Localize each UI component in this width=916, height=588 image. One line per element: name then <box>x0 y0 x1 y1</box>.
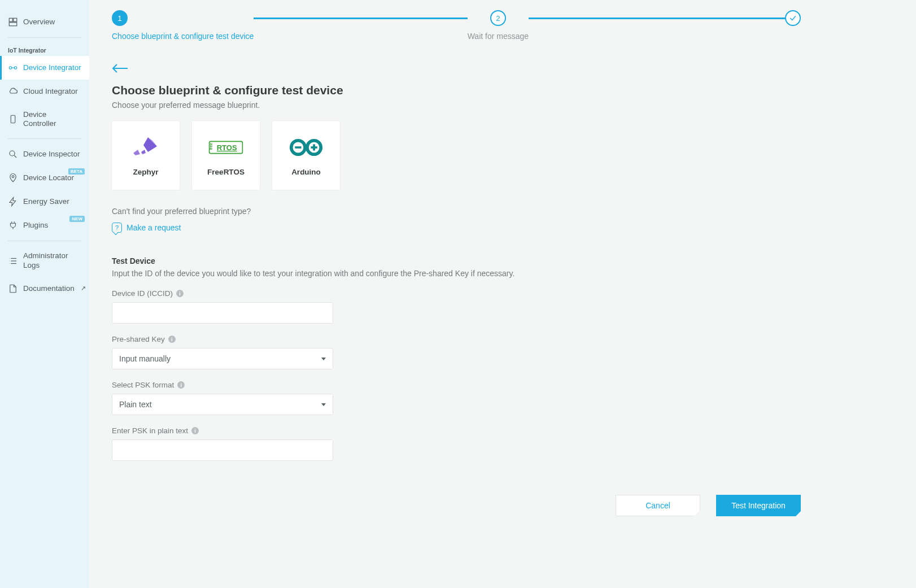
chevron-down-icon <box>321 358 326 360</box>
sidebar-item-admin-logs[interactable]: Administrator Logs <box>0 245 89 276</box>
psk-plain-input[interactable] <box>112 439 333 461</box>
psk-label: Pre-shared Key i <box>112 335 333 343</box>
svg-point-7 <box>10 151 15 156</box>
blueprint-card-arduino[interactable]: Arduino <box>272 121 340 190</box>
divider <box>8 138 81 139</box>
sidebar-item-label: Energy Saver <box>23 197 81 206</box>
info-icon[interactable]: i <box>191 427 199 434</box>
new-badge: NEW <box>69 216 85 222</box>
sidebar-item-label: Device Controller <box>23 110 81 128</box>
stepper: 1 Choose blueprint & configure test devi… <box>112 10 801 41</box>
svg-rect-5 <box>11 115 15 123</box>
psk-select[interactable]: Input manually <box>112 348 333 369</box>
zephyr-logo-icon <box>128 135 163 160</box>
page-subtitle: Choose your preferred message blueprint. <box>112 101 801 110</box>
blueprint-label: Arduino <box>291 168 321 176</box>
step-2-label: Wait for message <box>468 32 529 41</box>
info-icon[interactable]: i <box>168 336 176 343</box>
blueprint-cards: Zephyr freeRTOS FreeRTOS Arduino <box>112 121 801 190</box>
svg-rect-0 <box>9 18 12 21</box>
label-text: Pre-shared Key <box>112 335 165 343</box>
plug-icon <box>8 220 18 230</box>
sidebar-item-energy-saver[interactable]: Energy Saver <box>0 190 89 214</box>
test-device-title: Test Device <box>112 256 801 265</box>
sidebar-item-device-controller[interactable]: Device Controller <box>0 103 89 135</box>
sidebar-item-label: Device Locator <box>23 173 81 182</box>
sidebar-item-label: Plugins <box>23 221 81 230</box>
sidebar-item-label: Documentation <box>23 284 75 293</box>
sidebar-item-documentation[interactable]: Documentation ↗ <box>0 277 89 300</box>
step-1-circle: 1 <box>112 10 128 26</box>
step-1: 1 Choose blueprint & configure test devi… <box>112 10 254 41</box>
sidebar-item-label: Device Inspector <box>23 150 81 159</box>
divider <box>8 241 81 241</box>
device-id-group: Device ID (ICCID) i <box>112 289 333 324</box>
sidebar-item-plugins[interactable]: Plugins NEW <box>0 214 89 237</box>
sidebar-item-overview[interactable]: Overview <box>0 10 89 34</box>
page-title: Choose blueprint & configure test device <box>112 84 801 97</box>
divider <box>8 37 81 38</box>
sidebar-item-device-inspector[interactable]: Device Inspector <box>0 142 89 166</box>
chevron-down-icon <box>321 403 326 406</box>
external-link-icon: ↗ <box>81 285 86 292</box>
location-icon <box>8 173 18 183</box>
svg-rect-1 <box>14 18 17 21</box>
psk-format-select[interactable]: Plain text <box>112 394 333 415</box>
grid-icon <box>8 17 18 27</box>
freertos-logo-icon: freeRTOS <box>208 135 243 160</box>
svg-marker-20 <box>141 150 146 154</box>
label-text: Enter PSK in plain text <box>112 426 188 435</box>
sidebar: Overview IoT Integrator Device Integrato… <box>0 0 89 588</box>
step-1-label: Choose blueprint & configure test device <box>112 32 254 41</box>
label-text: Device ID (ICCID) <box>112 289 173 298</box>
svg-point-3 <box>9 67 12 69</box>
cancel-button[interactable]: Cancel <box>616 495 700 516</box>
blueprint-card-freertos[interactable]: freeRTOS FreeRTOS <box>192 121 260 190</box>
beta-badge: BETA <box>68 168 85 175</box>
psk-format-group: Select PSK format i Plain text <box>112 381 333 415</box>
make-request-label: Make a request <box>127 223 181 232</box>
search-icon <box>8 149 18 159</box>
sidebar-section-title: IoT Integrator <box>0 41 89 56</box>
info-icon[interactable]: i <box>176 290 184 297</box>
step-3: . <box>785 10 801 41</box>
sidebar-item-cloud-integrator[interactable]: Cloud Integrator <box>0 80 89 103</box>
device-id-input[interactable] <box>112 302 333 324</box>
device-id-label: Device ID (ICCID) i <box>112 289 333 298</box>
test-device-desc: Input the ID of the device you would lik… <box>112 269 801 278</box>
svg-rect-2 <box>9 23 17 26</box>
step-line <box>254 18 467 19</box>
sidebar-item-label: Overview <box>23 18 81 27</box>
back-button[interactable] <box>112 63 129 73</box>
step-line <box>529 18 785 19</box>
bolt-icon <box>8 197 18 207</box>
test-integration-button[interactable]: Test Integration <box>716 495 801 516</box>
sidebar-item-label: Device Integrator <box>23 63 81 72</box>
blueprint-label: Zephyr <box>133 168 158 176</box>
arrow-left-icon <box>112 63 129 73</box>
psk-format-label: Select PSK format i <box>112 381 333 389</box>
psk-plain-label: Enter PSK in plain text i <box>112 426 333 435</box>
sidebar-item-label: Administrator Logs <box>23 251 81 269</box>
sidebar-item-device-locator[interactable]: Device Locator BETA <box>0 166 89 190</box>
step-3-circle <box>785 10 801 26</box>
device-integrator-icon <box>8 63 18 73</box>
sidebar-item-device-integrator[interactable]: Device Integrator <box>0 56 89 80</box>
controller-icon <box>8 114 18 124</box>
make-request-link[interactable]: ? Make a request <box>112 223 181 233</box>
svg-text:RTOS: RTOS <box>217 143 237 151</box>
arduino-logo-icon <box>289 135 324 160</box>
list-icon <box>8 256 18 266</box>
info-icon[interactable]: i <box>177 381 185 389</box>
svg-point-9 <box>12 176 14 178</box>
question-icon: ? <box>112 223 122 233</box>
blueprint-card-zephyr[interactable]: Zephyr <box>112 121 180 190</box>
document-icon <box>8 284 18 294</box>
select-value: Input manually <box>119 354 171 363</box>
footer-actions: Cancel Test Integration <box>112 495 801 516</box>
sidebar-item-label: Cloud Integrator <box>23 87 81 96</box>
svg-line-8 <box>14 155 16 158</box>
svg-text:free: free <box>209 142 213 149</box>
cloud-icon <box>8 86 18 97</box>
select-value: Plain text <box>119 400 152 409</box>
